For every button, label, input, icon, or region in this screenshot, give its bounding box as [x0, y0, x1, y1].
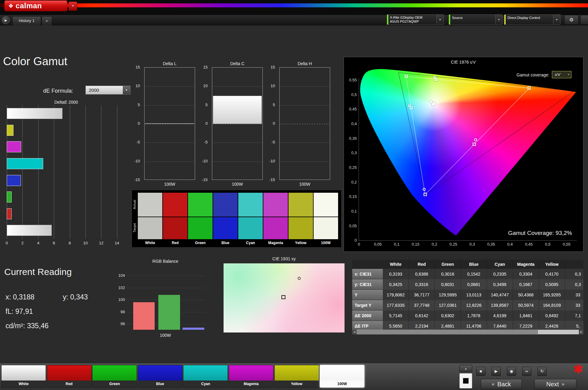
measurement-markers [344, 57, 583, 252]
reading-x-value: x: 0,3188 [6, 293, 35, 301]
meter-dropdown-text: X-Rite i1Display OEM ASUS PG27AQWP [388, 15, 436, 24]
row-label: Target Y [352, 300, 383, 310]
stop-icon[interactable]: ■ [476, 367, 485, 376]
table-cell: 1,7878 [461, 310, 487, 321]
pattern-button-magenta[interactable]: Magenta [229, 365, 273, 388]
play-icon[interactable]: ▶ [492, 367, 501, 376]
chevron-up-icon: ▲ [465, 367, 467, 370]
swatch-target-100w [314, 217, 338, 239]
target-marker-green [405, 75, 408, 78]
pattern-button-green[interactable]: Green [92, 365, 137, 388]
table-cell: 0,3499 [487, 279, 513, 290]
settings-button[interactable]: ⚙ [564, 15, 579, 24]
scroll-left-icon[interactable]: ◄ [352, 330, 357, 334]
refresh-icon[interactable]: ↻ [537, 367, 547, 376]
continuous-icon[interactable]: ∞ [522, 367, 531, 376]
swatch-actual-yellow [288, 193, 313, 217]
table-cell: 0,3193 [383, 269, 409, 279]
delta-h-chart: Delta H 151050-5-10-15 100W [262, 61, 331, 190]
pattern-color [2, 365, 46, 381]
swatch-target-magenta [263, 217, 288, 239]
pattern-label: Blue [138, 381, 182, 387]
chevron-down-icon[interactable]: ▼ [495, 15, 502, 24]
rgb-bar-green [158, 295, 180, 330]
tab-scroll-button[interactable]: ▶ [2, 16, 10, 24]
table-cell: 139,8587 [487, 300, 513, 310]
logo-menu-button[interactable]: ▼ [69, 2, 77, 11]
y-tick-label: 100 [115, 297, 125, 302]
deltae-x-axis: 02468101214 [7, 241, 129, 246]
reading-fl-value: fL: 97,91 [6, 307, 33, 316]
gamut-coverage-dropdown[interactable]: u'v' ▼ [552, 71, 571, 78]
rgb-balance-chart: RGB Balance 100W 1041021009896 [115, 258, 211, 339]
gridline [85, 105, 86, 239]
pattern-label: Magenta [229, 381, 273, 387]
pattern-color [183, 365, 228, 381]
table-cell: 129,5995 [435, 290, 461, 300]
gridline [280, 162, 330, 162]
gridline [213, 162, 262, 162]
deltae-bar-magenta [7, 141, 21, 152]
pattern-options-button[interactable]: ▲ [459, 365, 472, 372]
next-button[interactable]: Next » [534, 379, 576, 389]
pattern-button-100w[interactable]: 100W [320, 365, 364, 388]
deltae-bar-red [7, 208, 12, 219]
pattern-button-blue[interactable]: Blue [138, 365, 183, 388]
back-button[interactable]: « Back [481, 379, 522, 389]
de-formula-dropdown[interactable]: 2000 ▼ [85, 86, 130, 95]
display-control-dropdown[interactable]: Direct Display Control ▼ [504, 14, 560, 25]
table-corner [352, 260, 383, 269]
gridline [54, 105, 54, 239]
gridline [145, 124, 194, 124]
pattern-button-cyan[interactable]: Cyan [183, 365, 228, 388]
current-reading-title: Current Reading [4, 267, 72, 277]
measurement-table: WhiteRedGreenBlueCyanMagentaYellow x: CI… [352, 260, 583, 334]
cie-1976-chart: 0,550,50,450,40,350,30,250,20,150,10,050… [344, 57, 583, 252]
table-horizontal-scrollbar[interactable]: ◄ ► [352, 330, 583, 334]
delta-c-chart: Delta C 151050-5-10-15 100W [195, 61, 263, 190]
meter-dropdown[interactable]: X-Rite i1Display OEM ASUS PG27AQWP ▼ [387, 14, 444, 25]
tab-history-1[interactable]: History 1 [12, 16, 41, 25]
pattern-button-white[interactable]: White [1, 365, 46, 388]
record-icon[interactable]: ◉ [507, 367, 516, 376]
gridline [145, 86, 194, 87]
swatch-target-cyan [238, 217, 263, 239]
table-row: Y179,808236,7177129,599513,0113140,47475… [352, 290, 583, 300]
table-cell: 13,0113 [461, 290, 487, 300]
x-tick-label: 4 [34, 241, 43, 245]
gridline [213, 143, 262, 143]
pattern-button-yellow[interactable]: Yellow [274, 365, 319, 388]
add-tab-button[interactable]: + [42, 16, 52, 25]
chevron-down-icon[interactable]: ▼ [436, 15, 443, 24]
pattern-button-red[interactable]: Red [47, 365, 92, 388]
swatch-target-white [138, 217, 162, 239]
swatch-target-green [188, 217, 213, 239]
chevron-down-icon[interactable]: ▼ [553, 15, 560, 24]
chevron-down-icon: ▼ [72, 5, 74, 7]
gridline [280, 124, 330, 124]
swatch-label: Blue [213, 241, 238, 245]
swatch-label: Magenta [263, 241, 288, 245]
gridline [126, 276, 206, 276]
scroll-right-icon[interactable]: ► [579, 330, 583, 334]
scrollbar-thumb[interactable] [357, 330, 538, 334]
plot-area [144, 67, 195, 180]
table-cell: 0,3316 [409, 279, 435, 290]
y-tick-label: 10 [263, 84, 275, 88]
x-tick-label: 0 [2, 241, 11, 245]
gridline [280, 86, 330, 87]
gridline [145, 162, 194, 162]
x-tick-label: 6 [49, 241, 58, 245]
table-row: Target Y177,633537,7748127,036112,822613… [352, 300, 583, 310]
chart-title: RGB Balance [126, 259, 205, 264]
calman-logo[interactable]: ❖ calman [4, 0, 67, 11]
partial-toolbar-button[interactable] [580, 15, 588, 24]
pattern-label: Red [47, 381, 91, 387]
source-dropdown[interactable]: Source ▼ [449, 14, 503, 25]
table-cell: 0,6302 [435, 310, 461, 321]
row-label: x: CIE31 [352, 269, 383, 279]
swatch-label: Cyan [238, 241, 263, 245]
table-cell: 5,7145 [383, 310, 409, 321]
pattern-window-button[interactable] [459, 373, 472, 388]
row-label: Y [352, 290, 383, 300]
